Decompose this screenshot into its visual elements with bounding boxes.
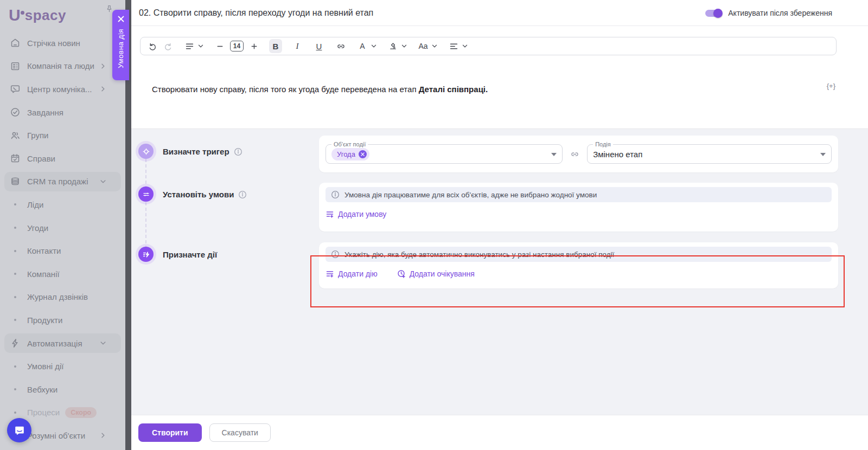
toggle-knob	[713, 9, 723, 18]
chip-remove-icon[interactable]	[359, 150, 367, 158]
sidebar-item-label: Угоди	[27, 223, 48, 233]
drawer-tab-conditional-action[interactable]: Умовна дія	[112, 10, 129, 80]
highlight-color-button[interactable]	[386, 39, 399, 53]
activate-toggle-group: Активувати після збереження	[705, 0, 832, 26]
redo-button[interactable]	[161, 39, 174, 53]
drawer-content: Визначте тригер Установіть умови Признач…	[131, 129, 868, 415]
sidebar-menu: Стрічка новин Компанія та люди Центр ком…	[0, 31, 125, 447]
chat-icon	[10, 83, 21, 94]
chevron-down-icon[interactable]	[99, 177, 107, 186]
sidebar-item[interactable]: CRM та продажі	[0, 170, 125, 194]
event-object-select[interactable]: Об'єкт події Угода	[326, 144, 563, 164]
bullet-icon	[14, 365, 16, 368]
conditions-card: Умовна дія працюватиме для всіх об'єктів…	[319, 183, 838, 232]
logo-text: spacy	[25, 7, 66, 24]
bullet-icon	[14, 296, 16, 298]
sidebar-item-label: Розумні об'єкти	[27, 431, 85, 440]
sidebar-item[interactable]: Завдання	[0, 101, 125, 124]
insert-variable-button[interactable]: {+}	[827, 82, 835, 90]
sidebar-item-bg	[4, 241, 121, 261]
font-size-value[interactable]: 14	[228, 39, 245, 53]
actions-step-label: Призначте дії	[163, 250, 217, 259]
sidebar-item-label: Ліди	[27, 200, 43, 209]
sidebar-item-label: Стрічка новин	[27, 38, 80, 48]
chat-widget-button[interactable]	[7, 418, 31, 442]
close-icon[interactable]	[117, 15, 125, 23]
chevron-right-icon[interactable]	[99, 431, 107, 440]
sidebar-item[interactable]: Умовні дії	[0, 355, 125, 378]
users-icon	[10, 130, 21, 141]
conditions-step-icon	[138, 187, 154, 202]
chevron-right-icon[interactable]	[99, 62, 107, 70]
text-case-button[interactable]: Aa	[417, 39, 430, 53]
insert-link-button[interactable]	[334, 39, 347, 53]
actions-card: Укажіть дію, яка буде автоматично викону…	[319, 242, 838, 288]
activate-toggle[interactable]	[705, 10, 722, 17]
add-wait-button[interactable]: Додати очікування	[397, 269, 475, 278]
sidebar-item[interactable]: Справи	[0, 147, 125, 170]
trigger-card: Об'єкт події Угода Подія Змінено етап	[319, 136, 838, 172]
undo-button[interactable]	[146, 39, 159, 53]
bolt-icon	[10, 338, 21, 349]
sidebar-item[interactable]: Стрічка новин	[0, 31, 125, 55]
font-size-decrease-button[interactable]	[213, 39, 226, 53]
sidebar-item-bg	[4, 264, 121, 284]
align-button[interactable]	[447, 39, 460, 53]
actions-step-icon	[138, 247, 154, 262]
home-icon	[10, 37, 21, 48]
sidebar-item[interactable]: Вебхуки	[0, 378, 125, 401]
db-icon	[10, 176, 21, 187]
sidebar-item-label: Компанія та люди	[27, 61, 94, 70]
sidebar: U spacy Стрічка новин Компанія та люди Ц…	[0, 0, 125, 450]
sidebar-item[interactable]: Угоди	[0, 216, 125, 240]
bold-button[interactable]: B	[269, 39, 282, 53]
drawer-header: 02. Створити справу, після переходу угод…	[131, 0, 868, 26]
sidebar-item[interactable]: Автоматизація	[0, 332, 125, 355]
sidebar-item[interactable]: Ліди	[0, 193, 125, 216]
sidebar-item-bg	[4, 310, 121, 330]
sidebar-item-label: Процеси	[27, 408, 60, 417]
underline-button[interactable]: U	[312, 39, 326, 53]
sidebar-item[interactable]: Контакти	[0, 239, 125, 262]
add-condition-button[interactable]: Додати умову	[326, 210, 386, 218]
create-button[interactable]: Створити	[138, 423, 202, 442]
sidebar-item[interactable]: Центр комуніка...	[0, 78, 125, 101]
line-spacing-button[interactable]	[183, 39, 196, 53]
info-icon	[331, 250, 340, 259]
building-icon	[10, 61, 21, 72]
sidebar-item[interactable]: Журнал дзвінків	[0, 286, 125, 309]
sidebar-item-label: Компанії	[27, 269, 60, 279]
chevron-down-icon[interactable]	[99, 339, 107, 348]
chevron-down-icon[interactable]	[461, 42, 469, 50]
event-select[interactable]: Подія Змінено етап	[587, 144, 832, 164]
drawer-footer: Створити Скасувати	[131, 415, 868, 450]
add-action-button[interactable]: Додати дію	[326, 269, 378, 278]
font-size-increase-button[interactable]	[247, 39, 260, 53]
chevron-right-icon[interactable]	[99, 85, 107, 93]
trigger-step-label: Визначте тригер	[163, 147, 242, 156]
chevron-down-icon[interactable]	[370, 42, 378, 50]
sidebar-item[interactable]: Компанії	[0, 262, 125, 286]
text-color-button[interactable]: A	[356, 39, 369, 53]
sidebar-item[interactable]: Групи	[0, 124, 125, 147]
event-object-label: Об'єкт події	[331, 141, 368, 147]
cancel-button[interactable]: Скасувати	[209, 423, 271, 442]
chevron-down-icon[interactable]	[400, 42, 408, 50]
chevron-down-icon[interactable]	[197, 42, 205, 50]
sidebar-item[interactable]: Компанія та люди	[0, 55, 125, 78]
description-editor[interactable]: 14 B I U A Aa	[131, 26, 868, 129]
sidebar-item-label: Журнал дзвінків	[27, 292, 88, 301]
bullet-icon	[14, 412, 16, 414]
sidebar-item-label: Продукти	[27, 316, 62, 325]
info-icon	[331, 190, 340, 199]
description-text[interactable]: Створювати нову справу, після того як уг…	[152, 85, 488, 94]
info-icon[interactable]	[238, 190, 247, 199]
info-icon[interactable]	[234, 147, 242, 156]
logo-dot	[21, 11, 24, 15]
sidebar-item-label: Центр комуніка...	[27, 85, 92, 94]
chevron-down-icon[interactable]	[431, 42, 438, 50]
sidebar-item[interactable]: Продукти	[0, 308, 125, 332]
automation-drawer: 02. Створити справу, після переходу угод…	[131, 0, 868, 450]
italic-button[interactable]: I	[291, 39, 304, 53]
soon-badge: Скоро	[65, 407, 97, 418]
